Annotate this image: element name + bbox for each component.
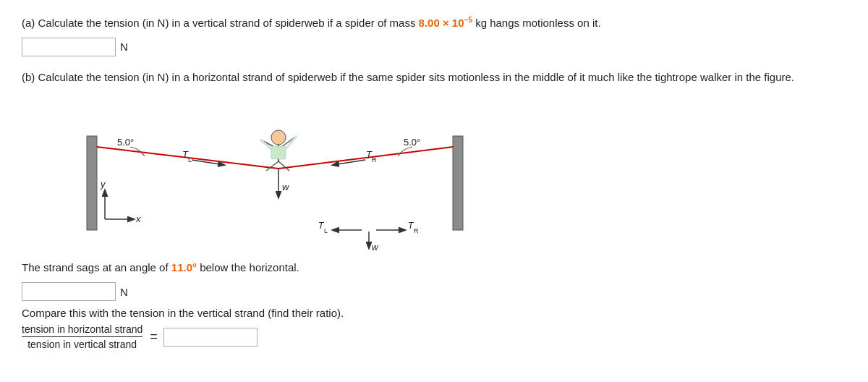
svg-text:x: x: [135, 213, 141, 224]
sag-prefix: The strand sags at an angle of: [22, 261, 171, 273]
sag-suffix: below the horizontal.: [197, 261, 299, 273]
figure-svg: 5.0° 5.0° T L T R w y x: [65, 93, 485, 252]
ratio-input[interactable]: [163, 328, 258, 347]
svg-text:L: L: [324, 227, 328, 234]
part-a-prefix: (a) Calculate the tension (in N) in a ve…: [22, 17, 419, 29]
svg-text:w: w: [282, 182, 290, 192]
svg-text:R: R: [372, 156, 377, 164]
part-a-input[interactable]: [22, 38, 116, 56]
part-a: (a) Calculate the tension (in N) in a ve…: [22, 14, 846, 56]
svg-text:R: R: [414, 227, 419, 234]
svg-text:5.0°: 5.0°: [117, 137, 134, 148]
compare-text: Compare this with the tension in the ver…: [22, 307, 846, 319]
ratio-fraction: tension in horizontal strand tension in …: [22, 323, 142, 350]
svg-text:w: w: [372, 242, 379, 252]
sag-angle: 11.0°: [171, 261, 197, 273]
part-a-unit: N: [120, 41, 128, 53]
ratio-numerator: tension in horizontal strand: [22, 323, 142, 337]
part-b-unit: N: [120, 286, 128, 298]
svg-rect-0: [87, 136, 97, 230]
ratio-denominator: tension in vertical strand: [27, 337, 137, 350]
svg-point-27: [271, 130, 286, 145]
part-b-label: (b) Calculate the tension (in N) in a ho…: [22, 69, 846, 86]
svg-text:y: y: [100, 179, 106, 190]
tightrope-figure: 5.0° 5.0° T L T R w y x: [65, 93, 485, 252]
sag-angle-text: The strand sags at an angle of 11.0° bel…: [22, 259, 846, 276]
svg-line-32: [278, 161, 289, 171]
equals-sign: =: [150, 329, 158, 344]
svg-text:5.0°: 5.0°: [404, 137, 420, 148]
part-a-label: (a) Calculate the tension (in N) in a ve…: [22, 14, 846, 32]
part-a-mass: 8.00 × 10−5: [419, 17, 472, 29]
part-b-input-row: N: [22, 282, 846, 301]
svg-text:L: L: [188, 156, 192, 164]
svg-line-31: [266, 161, 278, 171]
svg-rect-33: [271, 146, 286, 159]
ratio-row: tension in horizontal strand tension in …: [22, 323, 846, 350]
part-a-suffix: kg hangs motionless on it.: [472, 17, 601, 29]
part-a-input-row: N: [22, 38, 846, 56]
part-b-input[interactable]: [22, 282, 116, 301]
part-b: (b) Calculate the tension (in N) in a ho…: [22, 69, 846, 351]
svg-rect-1: [453, 136, 463, 230]
